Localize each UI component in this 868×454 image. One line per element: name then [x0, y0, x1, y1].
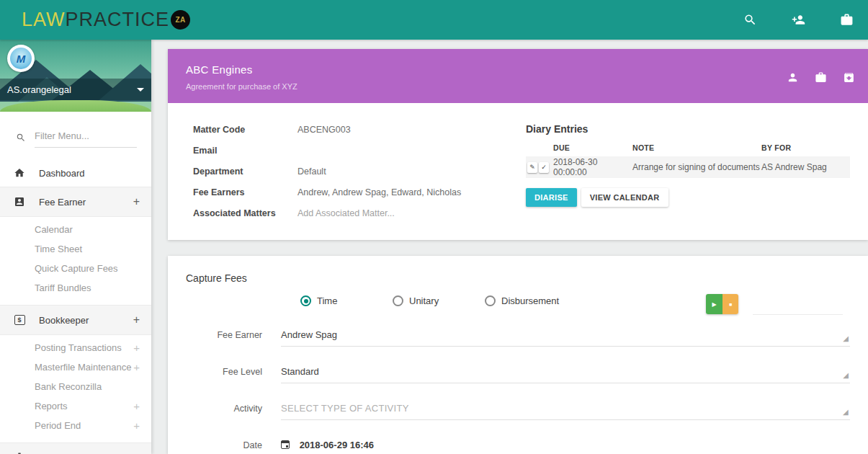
sidebar-item-tariff-bundles[interactable]: Tariff Bundles [0, 278, 151, 298]
field-value: Standard [281, 366, 319, 377]
field-label: Department [193, 166, 297, 177]
logo-practice-text: PRACTICE [66, 9, 170, 31]
expand-plus-icon[interactable]: + [133, 361, 140, 373]
play-icon[interactable]: ▶ [706, 294, 722, 314]
profile-account-switcher[interactable]: AS.orangelegal [0, 79, 151, 100]
capture-fees-form: Fee Earner Andrew Spag ◢ Fee Level Stand… [168, 325, 850, 454]
radio-button-icon[interactable] [300, 295, 311, 306]
sidebar-item-bookkeeper[interactable]: $ Bookkeeper + [0, 305, 151, 335]
date-picker-field[interactable]: 2018-06-29 16:46 [281, 435, 850, 454]
expand-plus-icon[interactable]: + [133, 400, 140, 412]
sidebar-item-period-end[interactable]: Period End + [0, 416, 151, 435]
menu-filter [0, 112, 151, 155]
briefcase-icon[interactable] [832, 6, 861, 35]
field-row-fee-earners: Fee Earners Andrew, Andrew Spag, Edward,… [193, 182, 503, 202]
field-value: Default [297, 166, 326, 177]
field-row-matter-code: Matter Code ABCENG003 [193, 119, 503, 140]
search-icon[interactable] [735, 6, 764, 35]
calendar-icon[interactable] [281, 440, 290, 449]
dropdown-handle-icon[interactable]: ◢ [843, 408, 849, 416]
sidebar-item-posting-transactions[interactable]: Posting Transactions + [0, 338, 151, 357]
sidebar-item-label: Bank Reconzilla [35, 381, 102, 392]
expand-plus-icon[interactable]: + [133, 342, 140, 354]
archive-icon[interactable] [839, 68, 858, 86]
sidebar-item-masterfile-maintenance[interactable]: Masterfile Maintenance + [0, 357, 151, 377]
top-app-bar: LAWPRACTICE za [0, 0, 868, 40]
form-row-fee-earner: Fee Earner Andrew Spag ◢ [168, 325, 850, 347]
person-icon[interactable] [783, 68, 802, 86]
sidebar-item-dashboard[interactable]: Dashboard [0, 159, 151, 187]
diarise-button[interactable]: DIARISE [526, 188, 577, 207]
mountain-art-grass [0, 100, 151, 112]
capture-fees-title: Capture Fees [186, 272, 247, 284]
radio-disbursement[interactable]: Disbursement [485, 295, 577, 306]
stop-icon[interactable]: ■ [722, 294, 738, 314]
radio-button-icon[interactable] [485, 295, 496, 306]
sidebar-item-bank-reconzilla[interactable]: Bank Reconzilla [0, 377, 151, 396]
radio-unitary[interactable]: Unitary [393, 295, 485, 306]
field-value: Andrew Spag [281, 329, 337, 340]
column-header-due: DUE [553, 143, 632, 152]
sidebar: M AS.orangelegal Dashboard Fee Earner + … [0, 40, 151, 454]
sidebar-item-fee-earner[interactable]: Fee Earner + [0, 187, 151, 217]
fee-type-radio-group: Time Unitary Disbursement [300, 295, 577, 306]
radio-label: Unitary [409, 295, 439, 306]
sidebar-item-time-sheet[interactable]: Time Sheet [0, 239, 151, 259]
sidebar-item-label: Fee Earner [39, 197, 86, 208]
app-logo: LAWPRACTICE za [22, 9, 190, 31]
fee-earner-select[interactable]: Andrew Spag ◢ [281, 325, 850, 347]
filter-menu-input[interactable] [35, 128, 137, 148]
form-row-date: Date 2018-06-29 16:46 [168, 435, 850, 454]
sidebar-nav: Dashboard Fee Earner + Calendar Time She… [0, 159, 151, 454]
add-person-icon[interactable] [784, 6, 813, 35]
avatar-monogram: M [10, 48, 32, 69]
edit-pencil-icon[interactable]: ✎ [527, 162, 537, 173]
field-label: Fee Earner [168, 325, 281, 347]
diary-cell-by-for: AS Andrew Spag [761, 162, 850, 172]
money-icon: $ [12, 315, 27, 325]
expand-plus-icon[interactable]: + [133, 195, 140, 208]
briefcase-icon[interactable] [811, 68, 830, 86]
matter-subtitle: Agreement for purchase of XYZ [186, 82, 868, 91]
add-associated-matter-link[interactable]: Add Associated Matter... [297, 208, 395, 218]
sidebar-item-admin[interactable]: Admin + [0, 442, 151, 454]
logo-law-text: LAW [22, 9, 66, 31]
diary-entries-panel: Diary Entries DUE NOTE BY FOR ✎✓ 2018-06… [526, 123, 850, 207]
sidebar-item-quick-capture-fees[interactable]: Quick Capture Fees [0, 259, 151, 278]
column-header-note: NOTE [632, 143, 761, 152]
matter-card: ABC Engines Agreement for purchase of XY… [168, 49, 868, 240]
capture-fees-card: Capture Fees Time Unitary Disbursement ▶… [168, 256, 868, 454]
sidebar-item-label: Posting Transactions [35, 342, 122, 353]
field-label: Email [193, 146, 297, 156]
sidebar-item-label: Period End [35, 420, 81, 431]
view-calendar-button[interactable]: VIEW CALENDAR [581, 188, 668, 207]
expand-plus-icon[interactable]: + [133, 313, 140, 326]
sidebar-item-label: Time Sheet [35, 244, 82, 254]
check-icon[interactable]: ✓ [539, 162, 549, 173]
sidebar-item-calendar[interactable]: Calendar [0, 220, 151, 239]
main-content: ABC Engines Agreement for purchase of XY… [151, 40, 868, 454]
radio-button-icon[interactable] [393, 295, 403, 306]
home-icon [12, 167, 27, 179]
bookkeeper-sublist: Posting Transactions + Masterfile Mainte… [0, 335, 151, 442]
radio-time[interactable]: Time [300, 295, 393, 306]
field-row-email: Email [193, 140, 503, 161]
avatar[interactable]: M [7, 45, 35, 72]
fee-level-select[interactable]: Standard ◢ [281, 362, 850, 383]
fee-earner-sublist: Calendar Time Sheet Quick Capture Fees T… [0, 217, 151, 305]
sidebar-item-reports[interactable]: Reports + [0, 396, 151, 416]
expand-plus-icon[interactable]: + [133, 451, 140, 454]
field-placeholder: SELECT TYPE OF ACTIVITY [281, 403, 409, 414]
matter-title: ABC Engines [186, 63, 868, 76]
sidebar-item-label: Calendar [35, 224, 73, 235]
dropdown-handle-icon[interactable]: ◢ [843, 371, 849, 379]
search-icon [16, 133, 26, 143]
radio-label: Disbursement [501, 295, 559, 306]
timer-duration-input[interactable] [753, 296, 843, 315]
dropdown-handle-icon[interactable]: ◢ [843, 334, 849, 342]
diary-cell-note: Arrange for signing of documents [632, 162, 761, 172]
diary-cell-due: 2018-06-30 00:00:00 [553, 157, 632, 177]
expand-plus-icon[interactable]: + [133, 419, 140, 432]
sidebar-item-label: Bookkeeper [39, 315, 89, 326]
activity-select[interactable]: SELECT TYPE OF ACTIVITY ◢ [281, 399, 850, 420]
